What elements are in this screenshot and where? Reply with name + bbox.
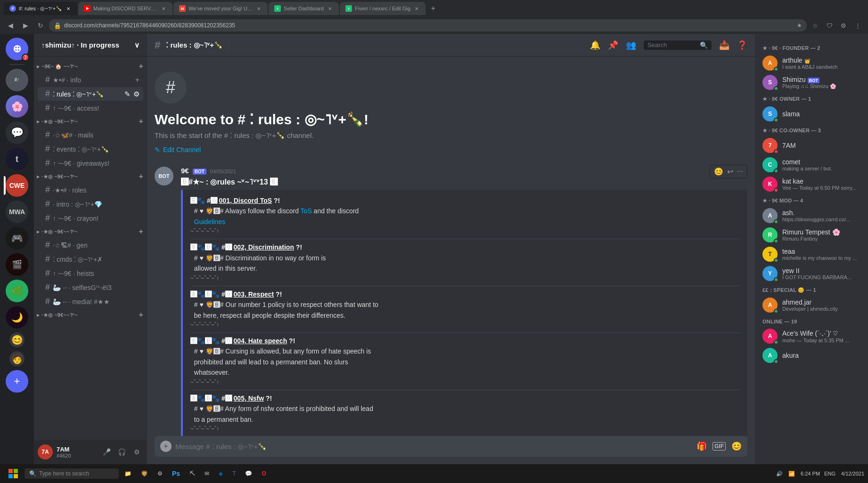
tab-youtube[interactable]: ▶ Making DISCORD SERVERS for peopl... ✕ bbox=[78, 2, 172, 15]
back-button[interactable]: ◀ bbox=[4, 19, 17, 32]
tos-link[interactable]: ToS bbox=[301, 207, 312, 215]
more-actions-button[interactable]: ··· bbox=[737, 167, 743, 176]
taskbar-app-opera[interactable]: O bbox=[258, 466, 270, 481]
search-input[interactable] bbox=[647, 41, 697, 48]
server-icon-2[interactable]: 🌸 bbox=[6, 95, 28, 118]
deafen-button[interactable]: 🎧 bbox=[115, 445, 128, 459]
channel-item-gen[interactable]: # ·☆🏗# · gen bbox=[38, 238, 143, 252]
pin-icon[interactable]: 📌 bbox=[608, 40, 618, 50]
channel-item-selfies[interactable]: # 🦢 ·- · selfiesGᴵᵛ-ëï3 bbox=[38, 281, 143, 294]
tab-gmail[interactable]: M We've moved your Gig! Update meta... ✕ bbox=[173, 2, 268, 15]
server-icon-avatar2[interactable]: 🧑 bbox=[9, 351, 25, 366]
member-ahmed[interactable]: A ahmed.jar Developer | ahmeds.city bbox=[759, 296, 864, 314]
member-shimizu[interactable]: S Shimizu BOT Playing ♫♫ Shimizu 🌸 bbox=[759, 73, 864, 92]
member-katkae[interactable]: K kat kae Vee — Today at 6:50 PM sorry..… bbox=[759, 175, 864, 193]
add-content-button[interactable]: + bbox=[160, 441, 172, 452]
user-settings-button[interactable]: ⚙ bbox=[130, 445, 143, 459]
channel-item-media[interactable]: # 🦢 ·- · media! #★★ bbox=[38, 295, 143, 308]
add-server-button[interactable]: + bbox=[6, 370, 28, 393]
emoji-picker-button[interactable]: 😊 bbox=[731, 441, 742, 451]
channel-category-4[interactable]: ▸ ·★◎ ~9€~~˥ᵛ~ + bbox=[34, 225, 147, 238]
channel-category-2[interactable]: ▸ ·★◎ ~9€~~˥ᵛ~ + bbox=[34, 115, 147, 128]
tab-close-youtube[interactable]: ✕ bbox=[160, 5, 167, 12]
settings-icon-rules[interactable]: ⚙ bbox=[133, 90, 139, 98]
channel-item-access[interactable]: # ↑ ~-9€ · access! bbox=[38, 101, 143, 115]
refresh-button[interactable]: ↻ bbox=[34, 19, 47, 32]
add-channel-btn-4[interactable]: + bbox=[139, 227, 143, 236]
taskbar-search[interactable]: 🔍 Type here to search bbox=[25, 468, 119, 479]
channel-item-cmds[interactable]: # ⁚ cmds ⁚ ◎~˥ᵛ+✗ bbox=[38, 252, 143, 266]
server-icon-discord-logo[interactable]: 💬 bbox=[6, 121, 28, 144]
tab-fiverr2[interactable]: f Fiverr / nexxrc / Edit Gig ✕ bbox=[340, 2, 426, 15]
channel-item-heists[interactable]: # ↑ ~-9€ · heists bbox=[38, 266, 143, 280]
gif-button[interactable]: GIF bbox=[712, 442, 726, 451]
member-ash[interactable]: A ash. https://dinonuggss.carrd.co/... bbox=[759, 206, 864, 225]
server-icon-avatar1[interactable]: 😊 bbox=[9, 332, 25, 347]
tab-close-fiverr2[interactable]: ✕ bbox=[413, 5, 420, 12]
channel-item-crayon[interactable]: # ↑ ~-9€ · crayon! bbox=[38, 211, 143, 225]
channel-item-giveaways[interactable]: # ↑ ~-9€ · giveaways! bbox=[38, 156, 143, 170]
search-bar[interactable]: 🔍 bbox=[644, 40, 712, 50]
channel-item-intro[interactable]: # · intro : ◎~˥ᵛ+💎 bbox=[38, 197, 143, 211]
add-channel-btn-3[interactable]: + bbox=[139, 172, 143, 181]
start-button[interactable] bbox=[4, 466, 23, 481]
tab-close-discord[interactable]: ✕ bbox=[65, 5, 72, 12]
taskbar-app-whatsapp[interactable]: 💬 bbox=[241, 466, 256, 481]
server-icon-5[interactable]: 🎮 bbox=[6, 227, 28, 250]
edit-icon[interactable]: ✎ bbox=[124, 90, 131, 98]
bell-icon[interactable]: 🔔 bbox=[590, 40, 600, 50]
menu-icon[interactable]: ⋮ bbox=[851, 19, 864, 32]
taskbar-app-teams[interactable]: T bbox=[229, 466, 239, 481]
channel-item-info[interactable]: # ★•# · info + bbox=[38, 73, 143, 87]
extension-icon[interactable]: ⚙ bbox=[837, 19, 850, 32]
channel-item-roles[interactable]: # ·★•# · roles bbox=[38, 183, 143, 197]
server-icon-3[interactable]: t bbox=[6, 148, 28, 170]
taskbar-app-explorer[interactable]: 📁 bbox=[121, 466, 135, 481]
add-channel-btn-2[interactable]: + bbox=[139, 117, 143, 126]
member-teaa[interactable]: T teaa michelle is my chanwoo to my ... bbox=[759, 245, 864, 264]
channel-category-1[interactable]: ▸ ~9€~ 🏠 ~~˥ᵛ~ + bbox=[34, 60, 147, 72]
new-tab-button[interactable]: + bbox=[426, 2, 440, 15]
mute-button[interactable]: 🎤 bbox=[100, 445, 113, 459]
taskbar-app-vscode[interactable]: ◈ bbox=[215, 466, 227, 481]
message-input[interactable] bbox=[175, 443, 693, 451]
member-aceswife[interactable]: A Ace's Wife (´·ꞈ·`)' ♡ mohe — Today at … bbox=[759, 327, 864, 346]
address-bar[interactable]: 🔒 discord.com/channels/79521678644609026… bbox=[49, 19, 807, 32]
server-icon-mwa[interactable]: MWA bbox=[6, 201, 28, 223]
volume-icon[interactable]: 🔊 bbox=[776, 471, 783, 477]
server-icon-1[interactable]: #↑ bbox=[6, 69, 28, 91]
emoji-reaction-button[interactable]: 😊 bbox=[714, 167, 723, 176]
add-channel-btn-5[interactable]: + bbox=[139, 311, 143, 319]
member-akura[interactable]: A akura bbox=[759, 346, 864, 365]
tab-discord[interactable]: # #: rules · ◎~˥ᵛ+🍾 ✕ bbox=[4, 2, 77, 15]
tab-close-gmail[interactable]: ✕ bbox=[255, 5, 262, 12]
tab-fiverr1[interactable]: f Seller Dashboard ✕ bbox=[269, 2, 339, 15]
taskbar-app-brave[interactable]: 🦁 bbox=[137, 466, 152, 481]
server-header[interactable]: ↑shimizu↑ · In progress ∨ bbox=[34, 34, 147, 56]
channel-item-rules[interactable]: # ⁚ rules ⁚ ◎~˥ᵛ+🍾 ✎ ⚙ bbox=[38, 87, 143, 101]
network-icon[interactable]: 📶 bbox=[788, 471, 795, 477]
edit-channel-button[interactable]: ✎ Edit Channel bbox=[155, 146, 201, 153]
add-btn-info[interactable]: + bbox=[135, 76, 139, 84]
bookmark-icon[interactable]: ☆ bbox=[809, 19, 822, 32]
taskbar-app-mail[interactable]: ✉ bbox=[201, 466, 213, 481]
taskbar-app-settings[interactable]: ⚙ bbox=[154, 466, 166, 481]
server-icon-6[interactable]: 🎬 bbox=[6, 253, 28, 276]
server-icon-cwe[interactable]: CWE bbox=[6, 174, 28, 197]
channel-item-mails[interactable]: # ·☆🦋# · mails bbox=[38, 128, 143, 142]
taskbar-app-photoshop[interactable]: Ps bbox=[168, 466, 184, 481]
discord-home-icon[interactable]: ⊕ 7 bbox=[6, 38, 28, 60]
guidelines-link[interactable]: Guidelines bbox=[194, 218, 225, 225]
server-icon-7[interactable]: 🌿 bbox=[6, 280, 28, 302]
channel-item-events[interactable]: # ⁚ events ⁚ ◎~˥ᵛ+🍾 bbox=[38, 142, 143, 156]
add-channel-btn-1[interactable]: + bbox=[139, 62, 143, 71]
member-7am[interactable]: 7 7AM bbox=[759, 136, 864, 155]
reply-button[interactable]: ↩ bbox=[727, 167, 733, 176]
channel-category-3[interactable]: ▸ ·★◎ ~9€~~˥ᵛ~ + bbox=[34, 170, 147, 183]
forward-button[interactable]: ▶ bbox=[19, 19, 32, 32]
help-icon[interactable]: ❓ bbox=[737, 40, 747, 50]
member-slama[interactable]: S slama bbox=[759, 105, 864, 123]
members-icon[interactable]: 👥 bbox=[626, 40, 636, 50]
inbox-icon[interactable]: 📥 bbox=[719, 40, 729, 50]
taskbar-app-minecraft[interactable]: ⛏ bbox=[186, 466, 199, 481]
